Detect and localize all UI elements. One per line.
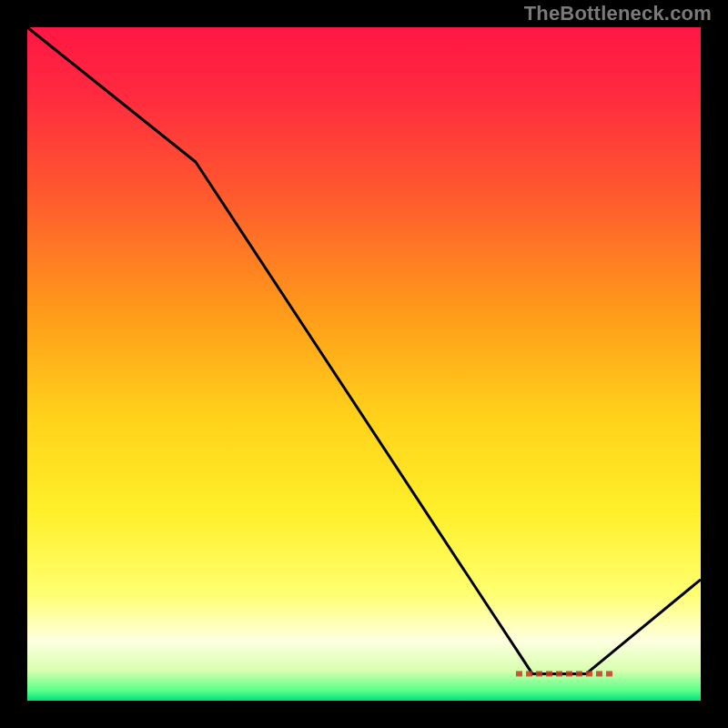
svg-rect-5 bbox=[566, 671, 572, 676]
svg-rect-4 bbox=[556, 671, 562, 676]
svg-rect-0 bbox=[516, 671, 522, 676]
svg-rect-2 bbox=[536, 671, 542, 676]
svg-rect-9 bbox=[606, 671, 612, 676]
svg-rect-6 bbox=[576, 671, 582, 676]
chart-frame: TheBottleneck.com bbox=[0, 0, 728, 728]
svg-rect-8 bbox=[596, 671, 602, 676]
svg-rect-7 bbox=[586, 671, 592, 676]
svg-rect-1 bbox=[526, 671, 532, 676]
svg-rect-3 bbox=[546, 671, 552, 676]
plot-background bbox=[27, 27, 701, 701]
chart-svg bbox=[0, 0, 728, 728]
watermark-label: TheBottleneck.com bbox=[524, 2, 712, 25]
